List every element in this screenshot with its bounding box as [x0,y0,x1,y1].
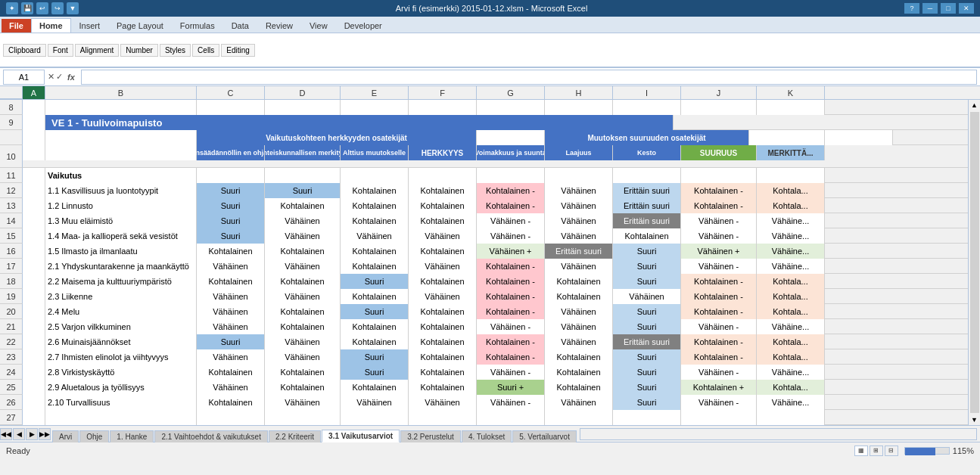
cell-b19[interactable]: 2.3 Liikenne [45,289,197,304]
cell-k20[interactable]: Kohtala... [757,304,825,319]
cell-d17[interactable]: Vähäinen [265,259,341,274]
cell-j21[interactable]: Vähäinen - [681,319,757,334]
confirm-formula-icon[interactable]: ✓ [56,72,63,82]
cell-i17[interactable]: Suuri [613,259,681,274]
cell-g16[interactable]: Vähäinen + [477,244,545,259]
col-header-e[interactable]: E [341,86,409,100]
cell-d19[interactable]: Vähäinen [265,289,341,304]
cell-h18[interactable]: Kohtalainen [545,274,613,289]
cell-d12[interactable]: Suuri [265,183,341,198]
sheet-nav-prev[interactable]: ◀ [13,428,25,440]
cell-j17[interactable]: Vähäinen - [681,259,757,274]
cell-k26[interactable]: Vähäine... [757,395,825,410]
cell-a20[interactable] [23,304,45,319]
cell-b8[interactable] [45,100,197,115]
cell-g11[interactable] [477,168,545,183]
cell-e17[interactable]: Kohtalainen [341,259,409,274]
cell-h19[interactable]: Kohtalainen [545,289,613,304]
row-num-23[interactable]: 23 [0,349,23,365]
row-num-24[interactable]: 24 [0,365,23,380]
sheet-tab-ohje[interactable]: Ohje [79,430,109,442]
cell-e26[interactable]: Vähäinen [341,395,409,410]
cell-a13[interactable] [23,198,45,213]
cell-a15[interactable] [23,228,45,244]
cell-a16[interactable] [23,244,45,259]
cell-g13[interactable]: Kohtalainen - [477,198,545,213]
cell-a8[interactable] [23,100,45,115]
cell-d25[interactable]: Kohtalainen [265,380,341,395]
cell-i15[interactable]: Kohtalainen [613,228,681,244]
cell-h17[interactable]: Vähäinen [545,259,613,274]
normal-view-button[interactable]: ▦ [854,446,868,456]
cell-b12[interactable]: 1.1 Kasvillisuus ja luontotyypit [45,183,197,198]
row-num-18[interactable]: 18 [0,274,23,289]
cell-a21[interactable] [23,319,45,334]
cell-i26[interactable]: Suuri [613,395,681,410]
cell-g24[interactable]: Vähäinen - [477,365,545,380]
cell-e15[interactable]: Vähäinen [341,228,409,244]
row-num-26[interactable]: 26 [0,395,23,410]
row-num-12[interactable]: 12 [0,183,23,198]
cell-i21[interactable]: Suuri [613,319,681,334]
cell-f11[interactable] [409,168,477,183]
cell-g23[interactable]: Kohtalainen - [477,349,545,365]
cell-k24[interactable]: Vähäine... [757,365,825,380]
cell-g14[interactable]: Vähäinen - [477,213,545,228]
cell-c14[interactable]: Suuri [197,213,265,228]
cell-d24[interactable]: Kohtalainen [265,365,341,380]
insert-function-icon[interactable]: fx [64,73,78,82]
horizontal-scrollbar[interactable] [580,428,977,440]
cell-h25[interactable]: Kohtalainen [545,380,613,395]
cell-f16[interactable]: Kohtalainen [409,244,477,259]
cell-e24[interactable]: Suuri [341,365,409,380]
cell-f21[interactable]: Kohtalainen [409,319,477,334]
cell-d23[interactable]: Vähäinen [265,349,341,365]
row-num-11[interactable]: 11 [0,168,23,183]
cell-a10a[interactable] [23,130,45,145]
cell-f18[interactable]: Kohtalainen [409,274,477,289]
cell-k17[interactable]: Vähäine... [757,259,825,274]
cell-f23[interactable]: Kohtalainen [409,349,477,365]
cell-g21[interactable]: Vähäinen - [477,319,545,334]
row-num-16[interactable]: 16 [0,244,23,259]
row-num-21[interactable]: 21 [0,319,23,334]
row-num-19[interactable]: 19 [0,289,23,304]
cell-k22[interactable]: Kohtala... [757,334,825,349]
cell-b23[interactable]: 2.7 Ihmisten elinolot ja viihtyvyys [45,349,197,365]
sheet-tab-4.-tulokset[interactable]: 4. Tulokset [462,430,512,442]
cell-j27[interactable] [681,410,757,425]
cell-c15[interactable]: Suuri [197,228,265,244]
cell-e23[interactable]: Suuri [341,349,409,365]
cell-i11[interactable] [613,168,681,183]
cell-b13[interactable]: 1.2 Linnusto [45,198,197,213]
cell-f14[interactable]: Kohtalainen [409,213,477,228]
sheet-tab-arvi[interactable]: Arvi [52,430,79,442]
cell-i27[interactable] [613,410,681,425]
col-header-a[interactable]: A [23,86,45,100]
cell-h16[interactable]: Erittäin suuri [545,244,613,259]
col-header-g[interactable]: G [477,86,545,100]
cell-k15[interactable]: Vähäine... [757,228,825,244]
col-header-c[interactable]: C [197,86,265,100]
cell-j20[interactable]: Kohtalainen - [681,304,757,319]
cell-d26[interactable]: Vähäinen [265,395,341,410]
cell-k10a[interactable] [825,130,893,145]
col-header-b[interactable]: B [45,86,197,100]
cell-b27[interactable] [45,410,197,425]
cell-b21[interactable]: 2.5 Varjon vilkkuminen [45,319,197,334]
cell-j22[interactable]: Kohtalainen - [681,334,757,349]
cell-g27[interactable] [477,410,545,425]
page-break-view-button[interactable]: ⊟ [885,446,898,456]
cell-j11[interactable] [681,168,757,183]
cell-c20[interactable]: Vähäinen [197,304,265,319]
cell-e18[interactable]: Suuri [341,274,409,289]
scroll-thumb[interactable] [970,112,979,413]
cell-f8[interactable] [409,100,477,115]
cell-g19[interactable]: Kohtalainen - [477,289,545,304]
cell-h21[interactable]: Vähäinen [545,319,613,334]
sheet-tab-3.2-perustelut[interactable]: 3.2 Perustelut [400,430,461,442]
cell-a24[interactable] [23,365,45,380]
cell-i23[interactable]: Suuri [613,349,681,365]
cell-j13[interactable]: Kohtalainen - [681,198,757,213]
cell-b16[interactable]: 1.5 Ilmasto ja ilmanlaatu [45,244,197,259]
